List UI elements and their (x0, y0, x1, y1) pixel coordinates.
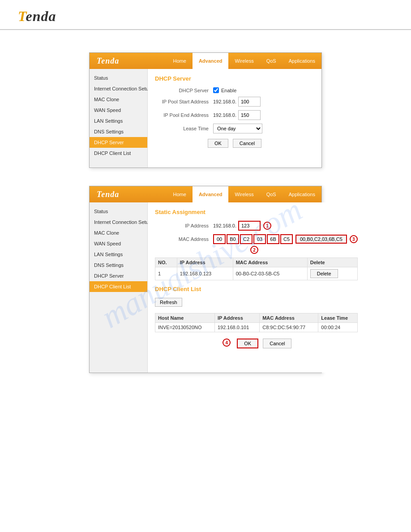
sidebar-lan-2[interactable]: LAN Settings (90, 249, 147, 260)
section-title-1: DHCP Server (155, 75, 314, 82)
tab-home-2[interactable]: Home (167, 186, 193, 202)
label-ip: IP Address (155, 223, 213, 228)
page-wrapper: manualshive.com Tenda Home Advanced Wire… (0, 30, 411, 395)
sidebar-lan-1[interactable]: LAN Settings (90, 116, 147, 126)
sidebar-internet-1[interactable]: Internet Connection Setup (90, 83, 147, 94)
cell-ip: 192.168.0.123 (177, 267, 233, 280)
sidebar-status-2[interactable]: Status (90, 206, 147, 217)
sidebar-dhcp-client-2[interactable]: DHCP Client List (90, 281, 147, 292)
client-col-lease: Lease Time (318, 313, 358, 323)
router-main-2: Static Assignment IP Address 192.168.0. … (148, 202, 365, 373)
sidebar-mac-clone-1[interactable]: MAC Clone (90, 94, 147, 105)
mac-input-3[interactable] (240, 234, 253, 244)
label-ip-end: IP Pool End Address (155, 112, 213, 118)
sidebar-dhcp-client-1[interactable]: DHCP Client List (90, 148, 147, 159)
sidebar-mac-clone-2[interactable]: MAC Clone (90, 227, 147, 238)
client-host: INVE=20130520NO (155, 323, 215, 332)
mac-input-1[interactable] (213, 234, 226, 244)
col-delete: Delete (307, 258, 357, 267)
sidebar-dhcp-server-1[interactable]: DHCP Server (90, 137, 147, 148)
sidebar-wan-speed-2[interactable]: WAN Speed (90, 238, 147, 249)
add-button[interactable]: 00,B0,C2,03,6B,C5 (295, 235, 347, 244)
table-row: 1 192.168.0.123 00-B0-C2-03-5B-C5 Delete (155, 267, 358, 280)
assignment-table: NO. IP Address MAC Address Delete 1 192.… (155, 257, 358, 280)
client-col-host: Host Name (155, 313, 215, 323)
ip-start-group: 192.168.0. (213, 97, 261, 107)
label-mac: MAC Address (155, 236, 213, 242)
sidebar-dns-1[interactable]: DNS Settings (90, 126, 147, 137)
tab-applications-2[interactable]: Applications (283, 186, 321, 202)
page-header: Tenda (0, 0, 411, 30)
router-nav-1: Tenda Home Advanced Wireless QoS Applica… (90, 53, 321, 69)
mac-input-5[interactable] (267, 234, 279, 244)
tab-advanced-1[interactable]: Advanced (193, 53, 229, 69)
client-col-ip: IP Address (214, 313, 259, 323)
ok-button-1[interactable]: OK (208, 139, 228, 148)
ip-end-group: 192.168.0. (213, 110, 261, 120)
label-dhcp-server: DHCP Server (155, 88, 213, 93)
tab-qos-1[interactable]: QoS (260, 53, 283, 69)
form-row-lease: Lease Time One day (155, 124, 314, 133)
cell-no: 1 (155, 267, 177, 280)
sidebar-status-1[interactable]: Status (90, 73, 147, 83)
ok-button-2[interactable]: OK (237, 339, 258, 348)
btn-row-2: 4 OK Cancel (155, 339, 358, 348)
ip-addr-input[interactable] (238, 221, 261, 231)
router-body-1: Status Internet Connection Setup MAC Clo… (90, 69, 321, 167)
router-tabs-2: Home Advanced Wireless QoS Applications (167, 186, 321, 202)
step-3: 3 (350, 235, 358, 243)
tab-advanced-2[interactable]: Advanced (193, 186, 229, 202)
delete-button[interactable]: Delete (310, 269, 338, 278)
ip-addr-prefix: 192.168.0. (213, 223, 236, 228)
ip-addr-group: 192.168.0. 1 (213, 221, 271, 231)
router-body-2: Status Internet Connection Setup MAC Clo… (90, 202, 321, 373)
col-ip: IP Address (177, 258, 233, 267)
step-1: 1 (263, 222, 271, 230)
refresh-button[interactable]: Refresh (155, 298, 182, 307)
mac-input-6[interactable] (280, 234, 293, 244)
client-col-mac: MAC Address (260, 313, 318, 323)
screenshot-2: Tenda Home Advanced Wireless QoS Applica… (89, 186, 322, 373)
form-row-ip-start: IP Pool Start Address 192.168.0. (155, 97, 314, 107)
ip-start-input[interactable] (238, 97, 261, 107)
router-nav-2: Tenda Home Advanced Wireless QoS Applica… (90, 186, 321, 202)
sidebar-internet-2[interactable]: Internet Connection Setup (90, 217, 147, 227)
tab-wireless-1[interactable]: Wireless (228, 53, 260, 69)
checkbox-enable-text: Enable (221, 88, 236, 93)
client-lease: 00:00:24 (318, 323, 358, 332)
checkbox-dhcp-enable[interactable] (213, 87, 219, 93)
tab-wireless-2[interactable]: Wireless (228, 186, 260, 202)
sidebar-wan-speed-1[interactable]: WAN Speed (90, 105, 147, 116)
client-mac: C8:9C:DC:54:90:77 (260, 323, 318, 332)
lease-select[interactable]: One day (213, 124, 262, 133)
ip-end-input[interactable] (238, 110, 261, 120)
cell-delete: Delete (307, 267, 357, 280)
main-logo: Tenda (18, 8, 393, 25)
client-table: Host Name IP Address MAC Address Lease T… (155, 313, 358, 332)
router-tabs-1: Home Advanced Wireless QoS Applications (167, 53, 321, 69)
cancel-button-2[interactable]: Cancel (263, 339, 291, 348)
mac-input-4[interactable] (253, 234, 266, 244)
label-lease: Lease Time (155, 126, 213, 131)
client-row: INVE=20130520NO 192.168.0.101 C8:9C:DC:5… (155, 323, 358, 332)
dhcp-client-title: DHCP Client List (155, 286, 358, 292)
mac-addr-group: 00,B0,C2,03,6B,C5 3 (213, 234, 358, 244)
sidebar-dns-2[interactable]: DNS Settings (90, 260, 147, 270)
sidebar-dhcp-server-2[interactable]: DHCP Server (90, 270, 147, 281)
client-ip: 192.168.0.101 (214, 323, 259, 332)
btn-row-1: OK Cancel (155, 139, 314, 148)
tab-qos-2[interactable]: QoS (260, 186, 283, 202)
tab-home-1[interactable]: Home (167, 53, 193, 69)
cancel-button-1[interactable]: Cancel (233, 139, 261, 148)
step2-row: 2 (155, 246, 358, 254)
router-main-1: DHCP Server DHCP Server Enable IP Pool S… (148, 69, 321, 167)
ip-end-prefix: 192.168.0. (213, 112, 236, 118)
form-row-ip: IP Address 192.168.0. 1 (155, 221, 358, 231)
router-sidebar-1: Status Internet Connection Setup MAC Clo… (90, 69, 148, 167)
form-row-dhcp-server: DHCP Server Enable (155, 87, 314, 93)
tab-applications-1[interactable]: Applications (283, 53, 321, 69)
col-no: NO. (155, 258, 177, 267)
router-logo-1: Tenda (90, 56, 134, 66)
cell-mac: 00-B0-C2-03-5B-C5 (233, 267, 307, 280)
mac-input-2[interactable] (227, 234, 239, 244)
